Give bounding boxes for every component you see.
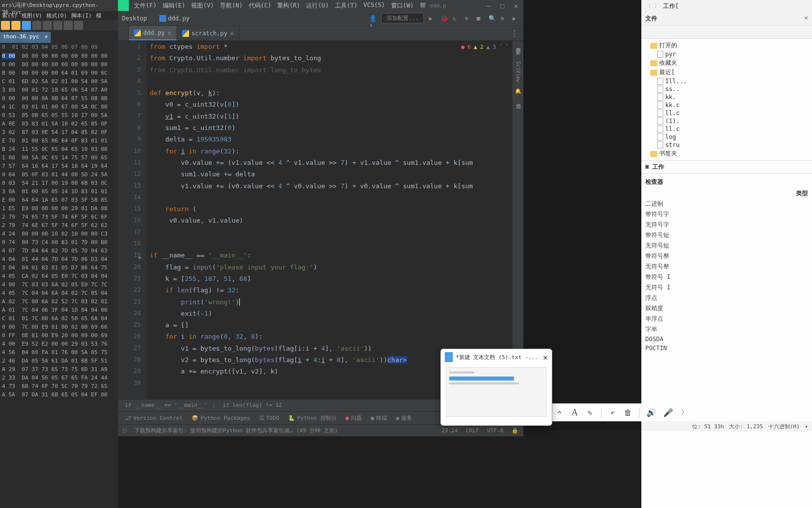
coverage-icon[interactable]: ↻ (453, 15, 460, 22)
mic-icon[interactable]: 🎤 (663, 407, 673, 417)
status-encoding[interactable]: UTF-8 (487, 427, 504, 434)
menu-run[interactable]: 运行(U) (306, 1, 329, 10)
tab-scratch-py[interactable]: scratch.py × (177, 26, 240, 40)
tree-item[interactable]: log (641, 133, 812, 141)
close-icon[interactable]: × (167, 29, 171, 37)
tabs-more-icon[interactable]: ⋮ (506, 26, 523, 40)
close-icon[interactable]: × (805, 14, 808, 23)
play-icon[interactable]: ▶ (512, 15, 519, 22)
paste-icon[interactable] (53, 21, 62, 30)
grid-icon[interactable]: ▦ (516, 50, 519, 55)
breadcrumb-file[interactable]: ddd.py (168, 15, 190, 22)
tool-services[interactable]: ◉服务 (396, 414, 412, 422)
chevron-up-icon[interactable]: ˆ (499, 44, 503, 50)
tool-python-console[interactable]: 🐍Python 控制台 (288, 414, 336, 422)
more-icon[interactable]: 〉 (680, 407, 689, 417)
tool-problems[interactable]: ●问题 (346, 414, 362, 422)
tree-item[interactable]: Ill... (641, 77, 812, 85)
maximize-icon[interactable]: ☐ (500, 1, 505, 10)
inspector-type-row[interactable]: 无符号短 (645, 241, 808, 251)
nav-back-icon[interactable]: 〈 (645, 2, 651, 10)
inspector-type-row[interactable]: 带符号字 (645, 209, 808, 220)
inspector-type-row[interactable]: 无符号整 (645, 261, 808, 272)
breadcrumb-root[interactable]: Desktop (122, 15, 147, 22)
files-section-header[interactable]: 文件 × (641, 12, 812, 25)
save-icon[interactable] (22, 21, 31, 30)
hex-menu-script[interactable]: 脚本(I) (71, 12, 92, 19)
inspector-type-row[interactable]: 无符号 I (645, 282, 808, 293)
line-gutter[interactable]: 123456789101112131415161718▶192021222324… (118, 41, 147, 399)
inspector-type-row[interactable]: 无符号字 (645, 220, 808, 230)
tool-python-packages[interactable]: 📦Python Packages (192, 415, 250, 421)
minimize-icon[interactable]: — (486, 1, 491, 10)
cut-icon[interactable] (32, 21, 41, 30)
menu-code[interactable]: 代码(C) (249, 1, 272, 10)
arrow-up-icon[interactable] (555, 407, 564, 417)
menu-vcs[interactable]: VCS(S) (364, 1, 385, 10)
tab-ddd-py[interactable]: ddd.py × (129, 26, 177, 40)
bell-icon[interactable]: 🔔 (515, 88, 521, 94)
redo-icon[interactable] (74, 21, 83, 30)
run-config-dropdown[interactable]: 添加配置... (381, 13, 424, 23)
chevron-down-icon[interactable]: ˇ (505, 44, 508, 50)
hex-content[interactable]: 0 00 00 00 00 00 00 00 00 00 000 00 00 0… (0, 52, 118, 399)
tree-item[interactable]: kk.c (641, 101, 812, 109)
inspector-type-row[interactable]: POCTIN (645, 344, 808, 353)
inspector-type-row[interactable]: 二进制 (645, 199, 808, 209)
hex-menu-format[interactable]: 格式(O) (46, 12, 67, 19)
file-tree[interactable]: 打开的pyr收藏夹最近[Ill...ss..kk.kk.cll.c(1).ll.… (641, 39, 812, 160)
tree-item[interactable]: 打开的 (641, 41, 812, 50)
tab-project-icon[interactable] (118, 26, 129, 40)
undo-icon[interactable] (64, 21, 73, 30)
menu-navigate[interactable]: 导航(N) (220, 1, 243, 10)
popup-thumbnail[interactable] (446, 367, 547, 417)
tree-item[interactable]: ss.. (641, 85, 812, 93)
tree-item[interactable]: ll.c (641, 125, 812, 133)
tool-terminal[interactable]: ▣终端 (371, 414, 387, 422)
tree-item[interactable]: ll.c (641, 109, 812, 117)
speaker-icon[interactable]: 🔊 (646, 407, 656, 417)
profile-icon[interactable]: ⊕ (465, 15, 472, 22)
tool-version-control[interactable]: ⎇Version Control (125, 415, 183, 421)
copy-icon[interactable] (43, 21, 52, 30)
chevron-down-icon[interactable]: ▾ (805, 423, 808, 430)
breadcrumb-item[interactable]: if len(flag) != 32 (223, 402, 282, 409)
nav-fwd-icon[interactable]: 〉 (654, 2, 660, 10)
inspector-type-row[interactable]: DOSDA (645, 335, 808, 344)
menu-edit[interactable]: 编辑(E) (163, 1, 186, 10)
lock-icon[interactable]: 🔒 (511, 427, 518, 434)
status-line-sep[interactable]: CRLF (466, 427, 479, 434)
close-icon[interactable]: × (230, 29, 234, 37)
tool-todo[interactable]: ☰TODO (259, 415, 280, 421)
tree-item[interactable]: kk. (641, 93, 812, 101)
statusbar-icon[interactable]: ▢ (123, 427, 126, 434)
tree-item[interactable]: 收藏夹 (641, 58, 812, 68)
menu-view[interactable]: 视图(V) (191, 1, 214, 10)
gear-icon[interactable]: ⚙ (501, 15, 508, 22)
hex-menu-templates[interactable]: 模 (96, 12, 102, 19)
close-icon[interactable]: ✕ (513, 1, 518, 10)
code-area[interactable]: from ctypes import * from Crypto.Util.nu… (147, 41, 523, 399)
close-icon[interactable]: ✕ (543, 353, 548, 362)
inspector-type-row[interactable]: 半浮点 (645, 314, 808, 324)
status-mode[interactable]: 十六进制(H) (768, 423, 800, 430)
tree-item[interactable]: 最近[ (641, 68, 812, 77)
tree-item[interactable]: pyr (641, 50, 812, 58)
workspace-section-header[interactable]: ▣ 工作 (641, 160, 812, 174)
debug-icon[interactable]: 🐞 (441, 15, 448, 22)
hex-menu-view[interactable]: 视图(V) (21, 12, 42, 19)
delete-icon[interactable]: 🗑 (624, 407, 632, 417)
hex-tab[interactable]: thon-36.pyc × (0, 32, 51, 43)
breadcrumb-item[interactable]: if __name__ == '__main__' (125, 402, 207, 409)
open-icon[interactable] (11, 21, 20, 30)
close-icon[interactable]: × (44, 33, 48, 40)
stop-icon[interactable]: ■ (477, 15, 484, 22)
tree-item[interactable]: stru (641, 141, 812, 149)
menu-file[interactable]: 文件(F) (134, 1, 157, 10)
run-icon[interactable]: ▶ (429, 15, 436, 22)
inspector-type-row[interactable]: 字串 (645, 324, 808, 335)
taskbar-preview-popup[interactable]: *新建 文本文档 (5).txt -... ✕ (440, 349, 552, 426)
tree-item[interactable]: (1). (641, 117, 812, 125)
search-icon[interactable]: 🔍 (489, 15, 496, 22)
code-editor[interactable]: ●6 ▲2 ▲3 ˆ ˇ 123456789101112131415161718… (118, 41, 523, 399)
